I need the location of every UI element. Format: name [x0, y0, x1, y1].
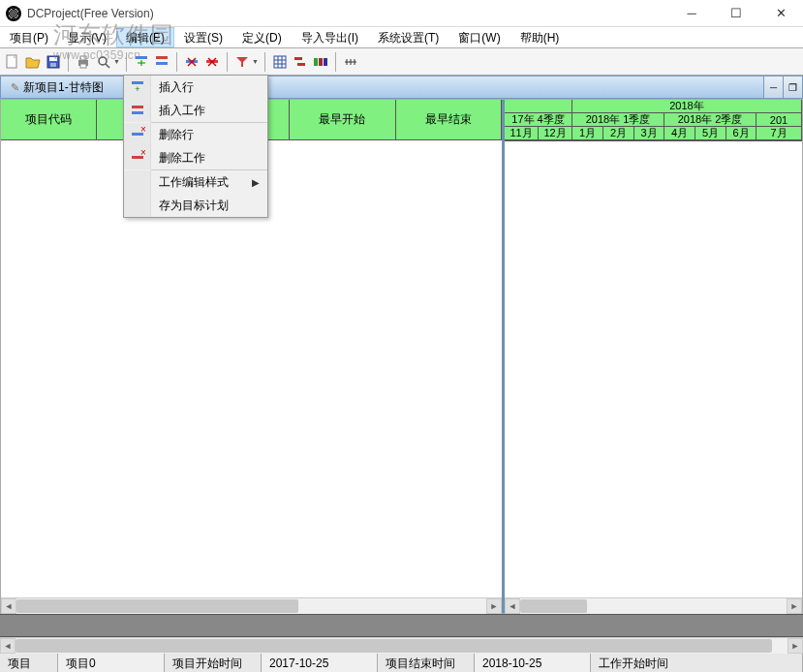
- scroll-left-icon[interactable]: ◄: [1, 598, 16, 614]
- delete-row-icon[interactable]: [183, 53, 201, 71]
- insert-task-icon: [124, 99, 151, 122]
- svg-rect-36: [132, 106, 143, 108]
- tl-month: 1月: [572, 127, 603, 140]
- svg-rect-6: [80, 64, 86, 68]
- gantt-hscroll[interactable]: ◄ ►: [505, 597, 802, 613]
- svg-rect-25: [294, 57, 302, 60]
- svg-rect-3: [50, 63, 56, 67]
- print-icon[interactable]: [75, 53, 92, 71]
- filter-icon[interactable]: [233, 53, 251, 71]
- svg-rect-5: [80, 56, 86, 60]
- close-button[interactable]: ✕: [758, 0, 803, 27]
- menu-view[interactable]: 显示(V): [58, 27, 116, 47]
- status-start-value: 2017-10-25: [262, 654, 378, 672]
- tl-month: 11月: [505, 127, 539, 140]
- menu-insert-row[interactable]: + 插入行: [124, 76, 267, 99]
- menu-delete-row[interactable]: × 删除行: [124, 123, 267, 146]
- insert-row-icon[interactable]: [133, 53, 150, 71]
- app-icon: [6, 6, 21, 21]
- svg-rect-13: [156, 62, 168, 65]
- menu-edit[interactable]: 编辑(E): [116, 27, 174, 47]
- status-project-value: 项目0: [58, 654, 165, 672]
- svg-text:+: +: [135, 84, 139, 94]
- menu-window[interactable]: 窗口(W): [448, 27, 510, 47]
- status-end-value: 2018-10-25: [475, 654, 591, 672]
- new-icon[interactable]: [4, 53, 21, 71]
- maximize-button[interactable]: ☐: [714, 0, 758, 27]
- pencil-icon: ✎: [11, 81, 19, 94]
- grid-hscroll[interactable]: ◄ ►: [1, 597, 502, 613]
- toolbar: ▼ ▼: [0, 48, 803, 76]
- menu-edit-style[interactable]: 工作编辑样式 ▶: [124, 170, 267, 194]
- outer-hscroll[interactable]: ◄ ►: [0, 637, 803, 653]
- minimize-button[interactable]: ─: [669, 0, 714, 27]
- status-project-label: 项目: [0, 654, 58, 672]
- delete-task-icon: ×: [124, 146, 151, 169]
- menu-item-label: 工作编辑样式: [151, 174, 252, 191]
- svg-line-8: [106, 64, 109, 68]
- mdi-minimize[interactable]: ─: [763, 76, 783, 98]
- bars-icon[interactable]: [292, 53, 309, 71]
- edit-style-icon: [124, 170, 151, 194]
- save-target-icon: [124, 194, 151, 217]
- scroll-left-icon[interactable]: ◄: [505, 598, 520, 614]
- svg-rect-12: [156, 56, 168, 59]
- svg-rect-26: [297, 63, 305, 66]
- menu-system[interactable]: 系统设置(T): [368, 27, 448, 47]
- tl-month: 2月: [603, 127, 634, 140]
- svg-point-7: [99, 57, 107, 65]
- tl-q2-2018: 2018年 2季度: [664, 113, 757, 127]
- tl-q4-2017: 17年 4季度: [505, 113, 572, 127]
- scroll-right-icon[interactable]: ►: [486, 598, 502, 614]
- gantt-body[interactable]: [505, 141, 802, 597]
- tl-year-2018: 2018年: [572, 100, 802, 113]
- menu-item-label: 插入行: [151, 79, 260, 96]
- grid-icon[interactable]: [271, 53, 289, 71]
- scroll-right-icon[interactable]: ►: [787, 598, 802, 614]
- svg-rect-20: [274, 56, 286, 68]
- menu-help[interactable]: 帮助(H): [510, 27, 570, 47]
- status-start-label: 项目开始时间: [165, 654, 262, 672]
- tl-year-blank: [505, 100, 572, 113]
- col-early-finish[interactable]: 最早结束: [396, 100, 502, 139]
- col-early-start[interactable]: 最早开始: [290, 100, 395, 139]
- status-bar: 项目 项目0 项目开始时间 2017-10-25 项目结束时间 2018-10-…: [0, 653, 803, 672]
- tl-month: 5月: [695, 127, 726, 140]
- insert-task-icon[interactable]: [153, 53, 170, 71]
- menu-save-target[interactable]: 存为目标计划: [124, 194, 267, 217]
- dropdown-arrow-icon[interactable]: ▼: [252, 58, 259, 65]
- document-tab-bar: ✎ 新项目1-甘特图 ─ ❐: [0, 76, 803, 99]
- mdi-restore[interactable]: ❐: [783, 76, 802, 98]
- save-icon[interactable]: [45, 53, 62, 71]
- menu-bar: 项目(P) 显示(V) 编辑(E) 设置(S) 定义(D) 导入导出(I) 系统…: [0, 27, 803, 48]
- dropdown-arrow-icon[interactable]: ▼: [113, 58, 120, 65]
- svg-rect-9: [136, 56, 147, 59]
- svg-rect-29: [324, 58, 327, 66]
- status-end-label: 项目结束时间: [378, 654, 475, 672]
- menu-insert-task[interactable]: 插入工作: [124, 99, 267, 122]
- resource-icon[interactable]: [312, 53, 329, 71]
- tl-q3-2018: 201: [757, 113, 802, 127]
- delete-task-icon[interactable]: [203, 53, 221, 71]
- scroll-left-icon[interactable]: ◄: [0, 638, 15, 654]
- edit-dropdown-menu: + 插入行 插入工作 × 删除行 × 删除工作 工作编辑样式 ▶ 存为目标计划: [123, 75, 268, 218]
- scroll-right-icon[interactable]: ►: [788, 638, 803, 654]
- delete-row-icon: ×: [124, 123, 151, 146]
- timeline-icon[interactable]: [342, 53, 359, 71]
- svg-text:×: ×: [140, 150, 145, 158]
- resource-band: [0, 614, 803, 637]
- svg-text:×: ×: [140, 127, 145, 135]
- svg-rect-27: [314, 58, 318, 66]
- document-tab[interactable]: ✎ 新项目1-甘特图: [1, 76, 113, 99]
- menu-delete-task[interactable]: × 删除工作: [124, 146, 267, 169]
- open-icon[interactable]: [24, 53, 42, 71]
- menu-import-export[interactable]: 导入导出(I): [292, 27, 368, 47]
- preview-icon[interactable]: [95, 53, 112, 71]
- menu-define[interactable]: 定义(D): [232, 27, 292, 47]
- tl-month: 6月: [726, 127, 757, 140]
- col-project-code[interactable]: 项目代码: [1, 100, 97, 139]
- menu-project[interactable]: 项目(P): [0, 27, 58, 47]
- gantt-pane: 2018年 17年 4季度 2018年 1季度 2018年 2季度 201 11…: [505, 100, 802, 613]
- insert-row-icon: +: [124, 76, 151, 99]
- menu-settings[interactable]: 设置(S): [174, 27, 232, 47]
